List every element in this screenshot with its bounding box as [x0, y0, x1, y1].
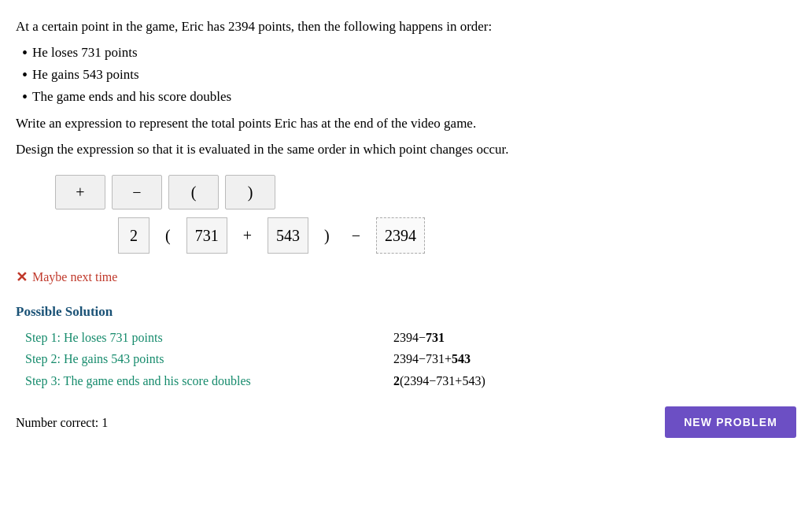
instruction-2-text: Design the expression so that it is eval… — [16, 142, 508, 157]
op-minus-button[interactable]: − — [112, 175, 162, 210]
expr-token-1: ( — [159, 220, 177, 251]
bullet-item-1: • He loses 731 points — [22, 42, 796, 64]
bullet-dot-3: • — [22, 86, 28, 108]
expr-token-2: 731 — [186, 217, 227, 254]
solution-row-3: Step 3: The game ends and his score doub… — [16, 371, 796, 391]
number-correct-value: 1 — [102, 416, 108, 429]
solution-step-3-prefix-bold: 2 — [393, 374, 400, 387]
intro-text: At a certain point in the game, Eric has… — [16, 19, 492, 34]
bullet-text-1: He loses 731 points — [32, 42, 138, 63]
expr-token-6: − — [345, 220, 367, 251]
solution-step-1-text: Step 1: He loses 731 points — [16, 328, 393, 348]
solution-step-1-bold: 731 — [426, 331, 445, 344]
bullet-dot-1: • — [22, 42, 28, 64]
instruction-2: Design the expression so that it is eval… — [16, 139, 796, 160]
bullet-dot-2: • — [22, 64, 28, 86]
expr-token-5: ) — [318, 220, 336, 251]
bullet-text-2: He gains 543 points — [32, 64, 139, 85]
solution-step-1-expr: 2394−731 — [393, 328, 445, 348]
solution-step-3-expr: 2(2394−731+543) — [393, 371, 485, 391]
op-close-paren-button[interactable]: ) — [225, 175, 275, 210]
expr-token-7: 2394 — [376, 217, 425, 254]
solution-row-2: Step 2: He gains 543 points 2394−731+543 — [16, 349, 796, 369]
operator-buttons: + − ( ) — [55, 175, 796, 210]
bullet-list: • He loses 731 points • He gains 543 poi… — [22, 42, 796, 108]
problem-intro: At a certain point in the game, Eric has… — [16, 16, 796, 37]
solution-step-2-expr: 2394−731+543 — [393, 349, 471, 369]
solution-step-2-text: Step 2: He gains 543 points — [16, 349, 393, 369]
expression-area: 2 ( 731 + 543 ) − 2394 — [118, 217, 796, 254]
instruction-1-text: Write an expression to represent the tot… — [16, 116, 476, 131]
feedback-wrong-label: Maybe next time — [32, 267, 117, 287]
expr-token-4: 543 — [268, 217, 308, 254]
instruction-1: Write an expression to represent the tot… — [16, 113, 796, 134]
number-correct: Number correct: 1 — [16, 413, 108, 433]
bullet-item-3: • The game ends and his score doubles — [22, 86, 796, 108]
solution-section: Possible Solution Step 1: He loses 731 p… — [16, 301, 796, 391]
solution-step-2-bold: 543 — [452, 352, 471, 365]
op-plus-button[interactable]: + — [55, 175, 105, 210]
solution-step-3-text: Step 3: The game ends and his score doub… — [16, 371, 393, 391]
solution-title: Possible Solution — [16, 301, 796, 322]
solution-row-1: Step 1: He loses 731 points 2394−731 — [16, 328, 796, 348]
number-correct-label: Number correct: — [16, 416, 98, 429]
bullet-item-2: • He gains 543 points — [22, 64, 796, 86]
bullet-text-3: The game ends and his score doubles — [32, 86, 231, 107]
x-icon: ✕ — [16, 266, 28, 289]
new-problem-button[interactable]: NEW PROBLEM — [665, 406, 796, 438]
expr-token-3: + — [237, 220, 258, 251]
expr-token-0: 2 — [118, 217, 149, 254]
op-open-paren-button[interactable]: ( — [168, 175, 219, 210]
footer-row: Number correct: 1 NEW PROBLEM — [16, 406, 796, 438]
feedback-wrong: ✕ Maybe next time — [16, 266, 796, 289]
